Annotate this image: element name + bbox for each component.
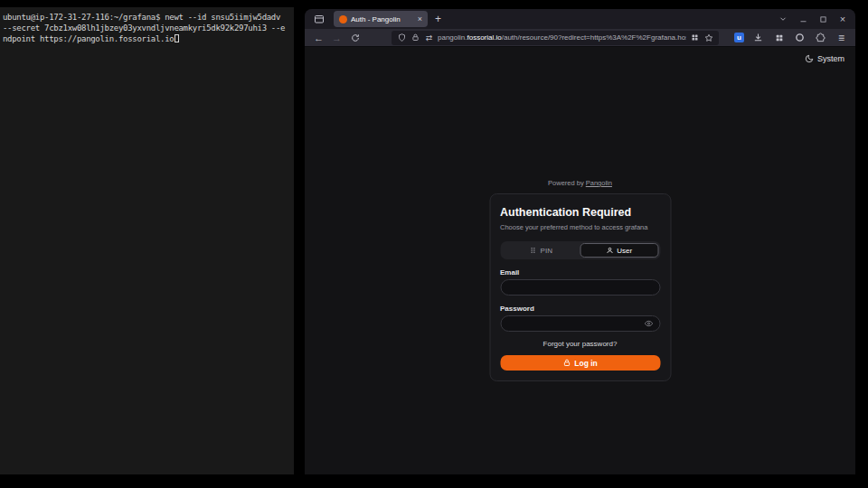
page-content: System Powered by Pangolin Authenticatio…	[305, 47, 855, 474]
email-field-wrap	[500, 279, 660, 296]
terminal-line: ubuntu@ip-172-31-27-116:~/grafana$ newt …	[3, 12, 291, 23]
back-button[interactable]: ←	[312, 31, 326, 44]
user-icon	[606, 247, 613, 254]
keypad-icon	[530, 247, 537, 254]
terminal-line: --secret 7cbz1xw08lh1jbzey03yxvndljvneam…	[3, 23, 291, 33]
password-label: Password	[500, 305, 660, 313]
circle-extension-icon[interactable]	[793, 31, 807, 44]
login-button[interactable]: Log in	[500, 355, 660, 371]
tab-pin[interactable]: PIN	[502, 243, 580, 258]
url-bar[interactable]: ⇄ pangolin.fossorial.io/auth/resource/90…	[392, 31, 719, 45]
tracking-protection-shield-icon[interactable]	[397, 33, 407, 42]
tabs-dropdown-chevron-icon[interactable]	[778, 14, 788, 24]
app-menu-hamburger-icon[interactable]: ≡	[835, 31, 848, 44]
firefox-view-icon[interactable]	[312, 12, 326, 26]
email-label: Email	[500, 268, 660, 277]
auth-card: Authentication Required Choose your pref…	[489, 193, 671, 381]
powered-by: Powered by Pangolin	[489, 179, 671, 187]
window-minimize-button[interactable]	[797, 14, 808, 24]
email-field[interactable]	[507, 284, 653, 292]
auth-method-tabs: PIN User	[500, 241, 660, 259]
window-maximize-button[interactable]	[817, 14, 828, 24]
blue-shield-extension-icon[interactable]: u	[734, 33, 744, 42]
extension-grid-icon[interactable]	[772, 31, 786, 44]
theme-toggle-label: System	[817, 54, 844, 63]
terminal-cursor	[175, 34, 179, 42]
new-tab-button[interactable]: +	[435, 13, 441, 25]
forward-button[interactable]: →	[330, 31, 344, 44]
card-title: Authentication Required	[500, 206, 660, 219]
connection-lock-icon[interactable]	[410, 33, 420, 42]
tab-user-label: User	[617, 247, 632, 255]
pangolin-favicon-icon	[339, 15, 347, 23]
login-button-label: Log in	[574, 359, 598, 368]
connection-swap-icon[interactable]: ⇄	[424, 33, 434, 42]
window-close-button[interactable]: ×	[837, 14, 848, 24]
tab-close-icon[interactable]: ×	[418, 15, 422, 23]
tab-title: Auth - Pangolin	[351, 15, 414, 23]
password-field-wrap	[500, 315, 660, 332]
shortcuts-grid-icon[interactable]	[690, 33, 700, 42]
tab-pin-label: PIN	[541, 247, 552, 255]
moon-icon	[805, 54, 814, 63]
browser-window: Auth - Pangolin × + × ← →	[305, 9, 855, 474]
password-field[interactable]	[507, 320, 640, 328]
lock-icon	[562, 359, 571, 367]
forgot-password-link[interactable]: Forgot your password?	[500, 340, 660, 348]
reload-button[interactable]	[348, 31, 362, 44]
show-password-eye-icon[interactable]	[644, 319, 653, 328]
url-text: pangolin.fossorial.io/auth/resource/90?r…	[438, 33, 686, 42]
downloads-icon[interactable]	[751, 31, 765, 44]
tab-user[interactable]: User	[580, 243, 659, 258]
pangolin-link[interactable]: Pangolin	[586, 179, 612, 187]
theme-toggle[interactable]: System	[805, 54, 844, 63]
terminal-line: ndpoint https://pangolin.fossorial.io	[3, 33, 291, 44]
bookmark-star-icon[interactable]	[703, 33, 713, 42]
extensions-puzzle-icon[interactable]	[814, 31, 827, 44]
browser-titlebar: Auth - Pangolin × + ×	[305, 9, 855, 29]
terminal-window[interactable]: ubuntu@ip-172-31-27-116:~/grafana$ newt …	[0, 7, 294, 474]
card-subtitle: Choose your preferred method to access g…	[500, 223, 660, 231]
browser-toolbar: ← → ⇄ pangolin.fossorial.io/auth/resourc…	[305, 29, 855, 47]
browser-tab-auth-pangolin[interactable]: Auth - Pangolin ×	[334, 11, 428, 27]
